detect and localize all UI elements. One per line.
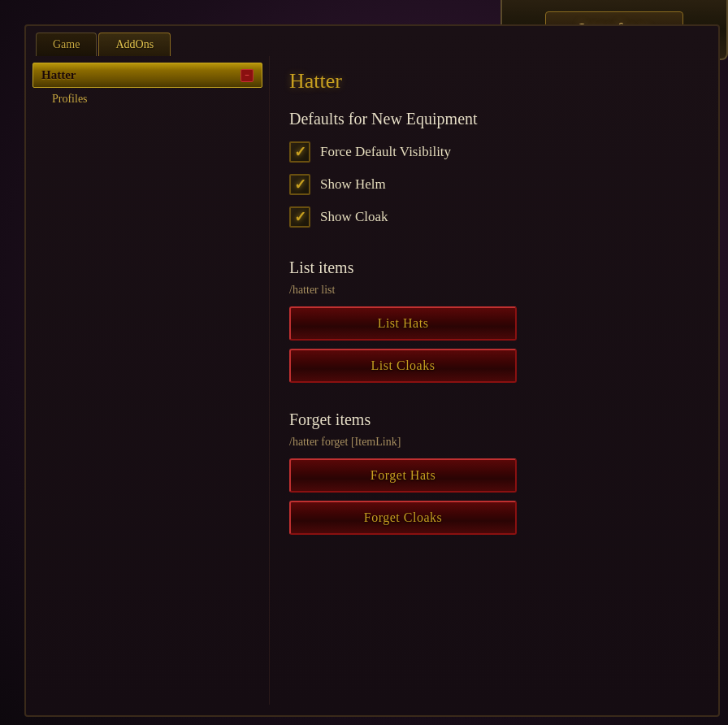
checkbox-show-helm[interactable] [289,174,310,195]
tab-addons[interactable]: AddOns [98,33,171,56]
tab-game[interactable]: Game [36,33,97,56]
sidebar-subitem-profiles[interactable]: Profiles [32,89,262,109]
checkbox-row-force-default: Force Default Visibility [289,141,699,163]
forget-hats-button[interactable]: Forget Hats [289,458,517,493]
sidebar-item-close-button[interactable]: − [240,69,254,82]
forget-subtext: /hatter forget [ItemLink] [289,436,699,449]
right-panel: Hatter Defaults for New Equipment Force … [270,56,718,705]
section-forget-title: Forget items [289,410,699,429]
gap-1 [289,239,699,258]
forget-cloaks-button[interactable]: Forget Cloaks [289,501,517,535]
sidebar-item-hatter-label: Hatter [41,68,76,82]
checkbox-row-show-helm: Show Helm [289,174,699,195]
list-subtext: /hatter list [289,284,699,297]
list-cloaks-button[interactable]: List Cloaks [289,349,517,383]
checkbox-show-cloak[interactable] [289,206,310,228]
minus-icon: − [245,71,249,80]
checkbox-force-default-visibility[interactable] [289,141,310,163]
content-area: Hatter − Profiles Hatter Defaults for Ne… [26,56,718,705]
panel-title: Hatter [289,69,699,93]
sidebar: Hatter − Profiles [26,56,270,705]
gap-2 [289,391,699,410]
checkbox-show-cloak-label: Show Cloak [320,209,388,225]
section-defaults-title: Defaults for New Equipment [289,110,699,128]
checkbox-row-show-cloak: Show Cloak [289,206,699,228]
checkbox-show-helm-label: Show Helm [320,176,386,193]
list-hats-button[interactable]: List Hats [289,306,517,341]
sidebar-item-hatter[interactable]: Hatter − [32,63,262,88]
tabs-container: Game AddOns [26,26,718,56]
section-list-title: List items [289,258,699,277]
checkbox-force-default-label: Force Default Visibility [320,144,451,160]
main-frame: Game AddOns Hatter − Profiles Hatter Def… [24,24,720,717]
